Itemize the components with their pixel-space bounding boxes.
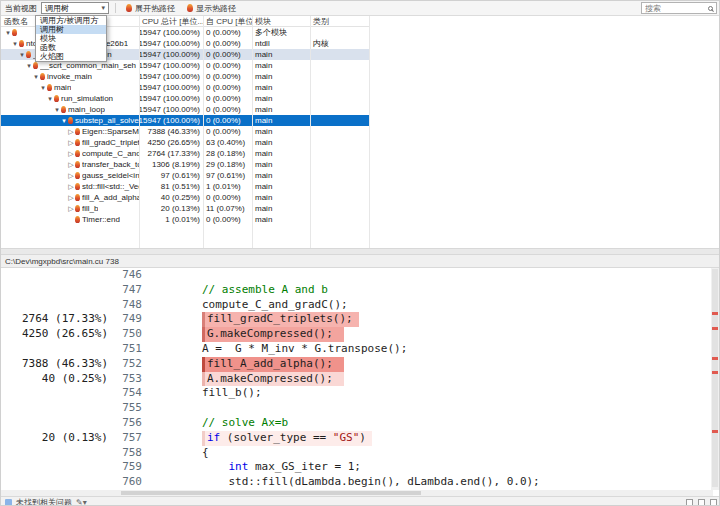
- expand-arrow-icon[interactable]: ▷: [67, 137, 75, 148]
- code-token: std::fill(dLambda.begin(), dLambda.end()…: [228, 475, 539, 488]
- code-text: [149, 268, 713, 283]
- expand-hot-path-label: 展开热路径: [135, 3, 175, 14]
- view-dropdown-option[interactable]: 调用树: [36, 25, 106, 34]
- collapse-arrow-icon[interactable]: ▾: [18, 49, 26, 60]
- call-tree-row[interactable]: ▷fill_gradC_triplets4250 (26.65%)63 (0.4…: [1, 137, 369, 148]
- code-text: std::fill(dLambda.begin(), dLambda.end()…: [149, 475, 713, 490]
- status-icon[interactable]: [686, 499, 693, 506]
- expand-arrow-icon[interactable]: ▷: [67, 148, 75, 159]
- code-health-icon: [5, 499, 12, 506]
- call-tree-row[interactable]: ▾invoke_main15947 (100.00%)0 (0.00%)main: [1, 71, 369, 82]
- panel-splitter[interactable]: [1, 248, 720, 255]
- call-tree-row[interactable]: Timer::end1 (0.01%)0 (0.00%)main: [1, 214, 369, 225]
- call-tree-row[interactable]: ▷compute_C_and_gra...2764 (17.33%)28 (0.…: [1, 148, 369, 159]
- scrollbar-thumb[interactable]: [712, 269, 718, 487]
- call-tree-row[interactable]: ▷Eigen::SparseMatrix...7388 (46.33%)0 (0…: [1, 126, 369, 137]
- view-dropdown[interactable]: 调用树 ▾: [41, 2, 109, 14]
- code-token: {: [202, 446, 209, 459]
- code-text: int max_GS_iter = 1;: [149, 460, 713, 475]
- hot-line-mark: [712, 357, 718, 360]
- current-view-label: 当前视图: [5, 3, 37, 14]
- view-dropdown-option[interactable]: 函数: [36, 43, 106, 52]
- cell-category: 内核: [310, 38, 369, 49]
- collapse-arrow-icon[interactable]: ▾: [39, 82, 47, 93]
- toolbar-separator: [115, 3, 116, 13]
- code-line: 20 (0.13%)757 if (solver_type == "GS"): [1, 431, 713, 446]
- view-dropdown-option[interactable]: 火焰图: [36, 52, 106, 61]
- show-hot-path-button[interactable]: 显示热路径: [183, 2, 240, 15]
- view-dropdown-option[interactable]: 模块: [36, 34, 106, 43]
- code-text: A = G * M_inv * G.transpose();: [149, 342, 713, 357]
- column-divider: [139, 16, 140, 248]
- call-tree-row[interactable]: ▾main_loop15947 (100.00%)0 (0.00%)main: [1, 104, 369, 115]
- hot-line-highlight: if (solver_type == "GS"): [202, 431, 372, 446]
- show-hot-path-label: 显示热路径: [196, 3, 236, 14]
- code-token: fill_gradC_triplets();: [207, 312, 353, 325]
- flame-icon: [75, 183, 80, 190]
- collapse-arrow-icon[interactable]: ▾: [32, 71, 40, 82]
- code-token: int: [228, 460, 248, 473]
- column-header-module[interactable]: 模块: [252, 16, 310, 26]
- collapse-arrow-icon[interactable]: ▾: [60, 115, 68, 126]
- cell-name: ▷fill_b: [1, 203, 139, 214]
- call-tree-row[interactable]: ▾substep_all_solver15947 (100.00%)0 (0.0…: [1, 115, 369, 126]
- code-line: 4250 (26.65%)750 G.makeCompressed();: [1, 327, 713, 342]
- scrollbar-thumb[interactable]: [121, 491, 421, 495]
- vertical-scrollbar[interactable]: [711, 268, 719, 490]
- line-number: 759: [113, 460, 149, 475]
- cell-total: 15947 (100.00%): [139, 82, 203, 93]
- cell-self: 0 (0.00%): [203, 27, 252, 38]
- column-header-cpu-self[interactable]: 自 CPU [单位, %]: [203, 16, 252, 26]
- code-token: max_GS_iter = 1;: [248, 460, 361, 473]
- collapse-arrow-icon[interactable]: ▾: [11, 38, 19, 49]
- call-tree-row[interactable]: ▷fill_b20 (0.13%)11 (0.07%)main: [1, 203, 369, 214]
- collapse-arrow-icon[interactable]: ▾: [46, 93, 54, 104]
- call-tree-row[interactable]: ▷transfer_back_to_pos...1306 (8.19%)29 (…: [1, 159, 369, 170]
- cell-total: 15947 (100.00%): [139, 93, 203, 104]
- code-token: G.makeCompressed();: [207, 327, 333, 340]
- code-text: compute_C_and_gradC();: [149, 298, 713, 313]
- expand-arrow-icon[interactable]: ▷: [67, 126, 75, 137]
- expand-arrow-icon[interactable]: ▷: [67, 170, 75, 181]
- cell-self: 1 (0.01%): [203, 181, 252, 192]
- cell-module: main: [252, 71, 310, 82]
- code-line: 756 // solve Ax=b: [1, 416, 713, 431]
- profiler-window: 当前视图 调用树 ▾ 展开热路径 显示热路径 函数名 CPU 总计 [单位...…: [0, 0, 720, 506]
- expand-hot-path-button[interactable]: 展开热路径: [122, 2, 179, 15]
- edit-pencil-icon[interactable]: ✎▾: [76, 498, 87, 506]
- status-icon[interactable]: [710, 499, 717, 506]
- expand-arrow-icon[interactable]: ▷: [67, 159, 75, 170]
- cpu-cost-gutter: [1, 460, 113, 475]
- hot-line-highlight: fill_A_add_alpha();: [202, 357, 344, 372]
- cell-self: 0 (0.00%): [203, 60, 252, 71]
- code-line: 7388 (46.33%)752 fill_A_add_alpha();: [1, 357, 713, 372]
- hot-line-mark: [712, 430, 718, 433]
- function-name: compute_C_and_gra...: [82, 148, 139, 159]
- code-token: A = G * M_inv * G.transpose();: [202, 342, 407, 355]
- collapse-arrow-icon[interactable]: ▾: [53, 104, 61, 115]
- search-input[interactable]: [645, 4, 706, 13]
- status-icon[interactable]: [698, 499, 705, 506]
- call-tree-row[interactable]: ▾main15947 (100.00%)0 (0.00%)main: [1, 82, 369, 93]
- expand-arrow-icon[interactable]: ▷: [67, 181, 75, 192]
- column-header-category[interactable]: 类别: [310, 16, 369, 26]
- code-text: // solve Ax=b: [149, 416, 713, 431]
- column-divider: [203, 16, 204, 248]
- call-tree-row[interactable]: ▾run_simulation15947 (100.00%)0 (0.00%)m…: [1, 93, 369, 104]
- view-dropdown-option[interactable]: 调用方/被调用方: [36, 16, 106, 25]
- call-tree-row[interactable]: ▷gauss_seidel<int,float,f...97 (0.61%)97…: [1, 170, 369, 181]
- cell-self: 28 (0.18%): [203, 148, 252, 159]
- column-divider: [252, 16, 253, 248]
- cpu-cost-gutter: [1, 298, 113, 313]
- call-tree-row[interactable]: ▷std::fill<std::_Vector_ite...81 (0.51%)…: [1, 181, 369, 192]
- line-number: 758: [113, 446, 149, 461]
- collapse-arrow-icon[interactable]: ▾: [4, 27, 12, 38]
- collapse-arrow-icon[interactable]: ▾: [25, 60, 33, 71]
- expand-arrow-icon[interactable]: ▷: [67, 192, 75, 203]
- call-tree-row[interactable]: ▷fill_A_add_alpha40 (0.25%)0 (0.00%)main: [1, 192, 369, 203]
- code-line: 746: [1, 268, 713, 283]
- column-header-cpu-total[interactable]: CPU 总计 [单位...: [139, 16, 203, 26]
- code-text: // assemble A and b: [149, 283, 713, 298]
- cell-module: main: [252, 49, 310, 60]
- expand-arrow-icon[interactable]: ▷: [67, 203, 75, 214]
